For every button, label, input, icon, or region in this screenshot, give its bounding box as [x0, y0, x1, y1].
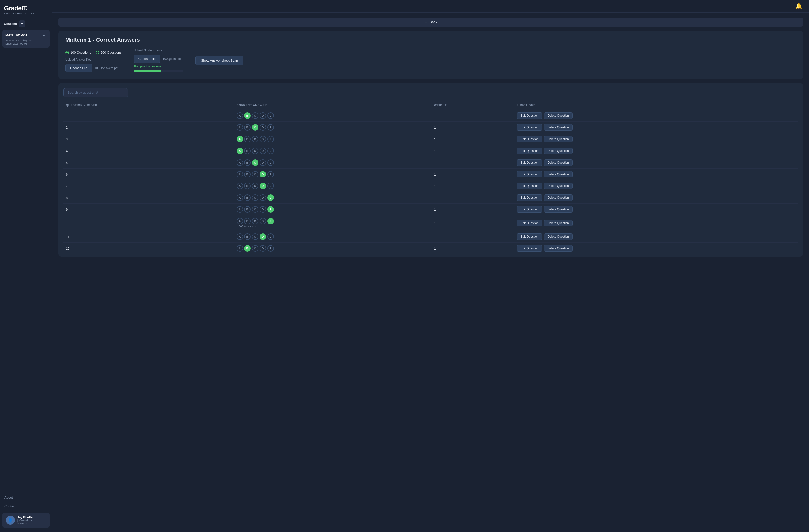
delete-question-button[interactable]: Delete Question	[544, 245, 573, 252]
delete-question-button[interactable]: Delete Question	[544, 136, 573, 142]
edit-question-button[interactable]: Edit Question	[517, 148, 542, 154]
back-button[interactable]: ← Back	[58, 18, 803, 27]
delete-question-button[interactable]: Delete Question	[544, 124, 573, 131]
edit-question-button[interactable]: Edit Question	[517, 233, 542, 240]
answer-circle-c[interactable]: C	[252, 218, 258, 224]
answer-circle-d[interactable]: D	[260, 194, 266, 201]
radio-200[interactable]: 200 Questions	[96, 51, 122, 54]
add-course-button[interactable]: +	[19, 20, 25, 27]
choose-answer-key-button[interactable]: Choose File	[65, 64, 92, 72]
answer-circle-c[interactable]: C	[252, 136, 258, 142]
answer-circle-c[interactable]: C	[252, 113, 258, 119]
delete-question-button[interactable]: Delete Question	[544, 183, 573, 189]
course-dots-icon[interactable]: ⋯	[42, 33, 47, 38]
delete-question-button[interactable]: Delete Question	[544, 148, 573, 154]
answer-circle-a[interactable]: A	[237, 159, 243, 166]
answer-circle-b[interactable]: B	[244, 183, 251, 189]
answer-circle-e[interactable]: E	[268, 233, 274, 240]
answer-circle-e[interactable]: E	[268, 124, 274, 131]
show-answer-sheet-scan-button[interactable]: Show Answer sheet Scan	[195, 56, 243, 65]
answer-circle-a[interactable]: A	[237, 245, 243, 252]
answer-circle-c[interactable]: C	[252, 124, 258, 131]
answer-circle-d[interactable]: D	[260, 124, 266, 131]
edit-question-button[interactable]: Edit Question	[517, 124, 542, 131]
answer-circle-b[interactable]: B	[244, 206, 251, 213]
answer-circle-a[interactable]: A	[237, 136, 243, 142]
radio-100[interactable]: 100 Questions	[65, 51, 91, 54]
answer-circle-b[interactable]: B	[244, 124, 251, 131]
answer-circle-e[interactable]: E	[268, 183, 274, 189]
answer-circle-a[interactable]: A	[237, 171, 243, 177]
answer-circle-d[interactable]: D	[260, 233, 266, 240]
answer-circle-d[interactable]: D	[260, 171, 266, 177]
answer-circle-e[interactable]: E	[268, 194, 274, 201]
answer-circle-e[interactable]: E	[268, 218, 274, 224]
answer-circle-d[interactable]: D	[260, 136, 266, 142]
edit-question-button[interactable]: Edit Question	[517, 113, 542, 119]
answer-circle-b[interactable]: B	[244, 148, 251, 154]
radio-100-btn[interactable]	[65, 51, 69, 54]
answer-circle-d[interactable]: D	[260, 218, 266, 224]
sidebar-item-about[interactable]: About	[0, 493, 52, 502]
answer-circle-b[interactable]: B	[244, 159, 251, 166]
answer-circle-d[interactable]: D	[260, 245, 266, 252]
answer-circle-c[interactable]: C	[252, 194, 258, 201]
answer-circle-d[interactable]: D	[260, 183, 266, 189]
answer-circle-d[interactable]: D	[260, 113, 266, 119]
answer-circle-e[interactable]: E	[268, 113, 274, 119]
answer-circle-d[interactable]: D	[260, 159, 266, 166]
edit-question-button[interactable]: Edit Question	[517, 220, 542, 226]
answer-circle-e[interactable]: E	[268, 159, 274, 166]
answer-circle-e[interactable]: E	[268, 148, 274, 154]
edit-question-button[interactable]: Edit Question	[517, 171, 542, 177]
delete-question-button[interactable]: Delete Question	[544, 233, 573, 240]
answer-circle-d[interactable]: D	[260, 148, 266, 154]
delete-question-button[interactable]: Delete Question	[544, 159, 573, 166]
answer-circle-a[interactable]: A	[237, 206, 243, 213]
delete-question-button[interactable]: Delete Question	[544, 171, 573, 177]
answer-circle-c[interactable]: C	[252, 159, 258, 166]
delete-question-button[interactable]: Delete Question	[544, 220, 573, 226]
answer-circle-c[interactable]: C	[252, 206, 258, 213]
answer-circle-a[interactable]: A	[237, 183, 243, 189]
answer-circle-b[interactable]: B	[244, 194, 251, 201]
answer-circle-b[interactable]: B	[244, 245, 251, 252]
answer-circle-e[interactable]: E	[268, 136, 274, 142]
edit-question-button[interactable]: Edit Question	[517, 159, 542, 166]
answer-circle-d[interactable]: D	[260, 206, 266, 213]
answer-circle-a[interactable]: A	[237, 194, 243, 201]
answer-circle-e[interactable]: E	[268, 171, 274, 177]
edit-question-button[interactable]: Edit Question	[517, 183, 542, 189]
answer-circle-c[interactable]: C	[252, 245, 258, 252]
answer-circle-a[interactable]: A	[237, 233, 243, 240]
answer-circle-b[interactable]: B	[244, 233, 251, 240]
search-input[interactable]	[63, 88, 128, 97]
edit-question-button[interactable]: Edit Question	[517, 206, 542, 213]
answer-circle-c[interactable]: C	[252, 171, 258, 177]
answer-circle-b[interactable]: B	[244, 218, 251, 224]
delete-question-button[interactable]: Delete Question	[544, 206, 573, 213]
choose-student-tests-button[interactable]: Choose File	[134, 55, 160, 63]
answer-circle-c[interactable]: C	[252, 183, 258, 189]
answer-circle-c[interactable]: C	[252, 233, 258, 240]
radio-200-btn[interactable]	[96, 51, 99, 54]
answer-circle-a[interactable]: A	[237, 113, 243, 119]
answer-circle-b[interactable]: B	[244, 113, 251, 119]
answer-circle-a[interactable]: A	[237, 124, 243, 131]
edit-question-button[interactable]: Edit Question	[517, 136, 542, 142]
answer-circle-b[interactable]: B	[244, 171, 251, 177]
answer-circle-e[interactable]: E	[268, 245, 274, 252]
delete-question-button[interactable]: Delete Question	[544, 113, 573, 119]
notification-bell-icon[interactable]: 🔔	[795, 3, 802, 10]
answer-circle-e[interactable]: E	[268, 206, 274, 213]
answer-circle-b[interactable]: B	[244, 136, 251, 142]
edit-question-button[interactable]: Edit Question	[517, 194, 542, 201]
answer-circle-a[interactable]: A	[237, 148, 243, 154]
answer-circle-a[interactable]: A	[237, 218, 243, 224]
sidebar-item-contact[interactable]: Contact	[0, 502, 52, 511]
logo-sub: EMA TECHNOLOGIES	[4, 13, 48, 15]
edit-question-button[interactable]: Edit Question	[517, 245, 542, 252]
course-card[interactable]: MATH 201-001 ⋯ Intro to Linear Algebra E…	[2, 30, 50, 48]
delete-question-button[interactable]: Delete Question	[544, 194, 573, 201]
answer-circle-c[interactable]: C	[252, 148, 258, 154]
